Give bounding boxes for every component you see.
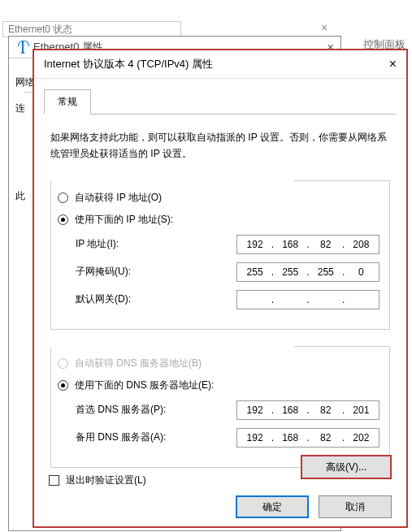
alt-oct-3[interactable]: 82: [314, 432, 338, 443]
pref-oct-2[interactable]: 168: [278, 404, 302, 416]
radio-use-dns[interactable]: 使用下面的 DNS 服务器地址(E):: [58, 378, 379, 392]
field-ip: IP 地址(I): 192. 168. 82. 208: [76, 235, 379, 254]
ethernet-icon: [17, 41, 28, 54]
ip-label: IP 地址(I):: [76, 237, 236, 251]
radio-use-ip[interactable]: 使用下面的 IP 地址(S):: [58, 213, 379, 227]
radio-use-dns-label: 使用下面的 DNS 服务器地址(E):: [75, 378, 214, 392]
radio-auto-dns-label: 自动获得 DNS 服务器地址(B): [75, 357, 202, 370]
radio-use-ip-label: 使用下面的 IP 地址(S):: [75, 213, 173, 227]
validate-row: 退出时验证设置(L): [49, 470, 146, 487]
bg-close-icon-1[interactable]: ×: [317, 21, 332, 34]
alt-oct-2[interactable]: 168: [278, 432, 302, 443]
pref-oct-3[interactable]: 82: [314, 404, 338, 416]
bg-this-label: 此: [15, 189, 25, 203]
gw-input[interactable]: . . .: [236, 290, 379, 309]
alt-dns-label: 备用 DNS 服务器(A):: [76, 430, 236, 444]
ok-button-label: 确定: [262, 500, 282, 514]
radio-icon: [58, 358, 68, 369]
field-mask: 子网掩码(U): 255. 255. 255. 0: [76, 262, 379, 282]
panel-body: 如果网络支持此功能，则可以获取自动指派的 IP 设置。否则，你需要从网络系统管理…: [34, 115, 406, 491]
dialog-titlebar: Internet 协议版本 4 (TCP/IPv4) 属性 ×: [34, 50, 406, 78]
mask-oct-4[interactable]: 0: [349, 266, 373, 278]
ip-oct-4[interactable]: 208: [349, 239, 373, 250]
bg-connect-label: 连: [15, 102, 25, 115]
pref-dns-label: 首选 DNS 服务器(P):: [76, 403, 236, 417]
pref-oct-4[interactable]: 201: [349, 404, 373, 416]
alt-dns-input[interactable]: 192. 168. 82. 202: [236, 428, 379, 448]
description-text: 如果网络支持此功能，则可以获取自动指派的 IP 设置。否则，你需要从网络系统管理…: [50, 129, 390, 162]
dns-group: 自动获得 DNS 服务器地址(B) 使用下面的 DNS 服务器地址(E): 首选…: [50, 346, 390, 468]
tab-general[interactable]: 常规: [44, 89, 91, 115]
validate-checkbox[interactable]: 退出时验证设置(L): [49, 474, 146, 487]
ip-oct-1[interactable]: 192: [243, 239, 267, 250]
mask-input[interactable]: 255. 255. 255. 0: [236, 262, 379, 282]
gw-label: 默认网关(D):: [76, 292, 236, 306]
dialog-title: Internet 协议版本 4 (TCP/IPv4) 属性: [44, 57, 389, 71]
validate-label: 退出时验证设置(L): [66, 474, 146, 487]
button-row: 确定 取消: [34, 495, 406, 518]
alt-oct-4[interactable]: 202: [349, 432, 373, 443]
radio-icon: [58, 380, 68, 391]
radio-auto-ip-label: 自动获得 IP 地址(O): [75, 191, 162, 205]
field-alt-dns: 备用 DNS 服务器(A): 192. 168. 82. 202: [76, 428, 379, 448]
radio-icon: [58, 192, 68, 203]
checkbox-icon: [49, 475, 59, 486]
tab-strip: 常规: [44, 89, 406, 114]
ok-button[interactable]: 确定: [236, 495, 309, 518]
advanced-button-label: 高级(V)...: [326, 461, 366, 474]
ip-oct-3[interactable]: 82: [314, 239, 338, 250]
dialog-separator: [34, 78, 406, 79]
radio-auto-ip[interactable]: 自动获得 IP 地址(O): [58, 191, 379, 205]
close-icon[interactable]: ×: [389, 58, 397, 71]
advanced-button[interactable]: 高级(V)...: [301, 455, 392, 479]
mask-oct-3[interactable]: 255: [314, 266, 338, 278]
ip-oct-2[interactable]: 168: [278, 239, 302, 250]
radio-icon: [58, 214, 68, 225]
pref-oct-1[interactable]: 192: [243, 404, 267, 416]
radio-auto-dns: 自动获得 DNS 服务器地址(B): [58, 357, 379, 370]
pref-dns-input[interactable]: 192. 168. 82. 201: [236, 400, 379, 420]
cancel-button[interactable]: 取消: [319, 495, 392, 518]
field-pref-dns: 首选 DNS 服务器(P): 192. 168. 82. 201: [76, 400, 379, 420]
field-gateway: 默认网关(D): . . .: [76, 290, 379, 309]
mask-label: 子网掩码(U):: [76, 265, 236, 279]
cancel-button-label: 取消: [345, 500, 365, 514]
alt-oct-1[interactable]: 192: [243, 432, 267, 443]
ip-group: 自动获得 IP 地址(O) 使用下面的 IP 地址(S): IP 地址(I): …: [50, 180, 390, 330]
bg-window-status: Ethernet0 状态: [2, 21, 181, 37]
mask-oct-2[interactable]: 255: [278, 266, 302, 278]
bg-window-status-title: Ethernet0 状态: [8, 23, 72, 37]
mask-oct-1[interactable]: 255: [243, 266, 267, 278]
ipv4-properties-dialog: Internet 协议版本 4 (TCP/IPv4) 属性 × 常规 如果网络支…: [33, 49, 408, 528]
ip-input[interactable]: 192. 168. 82. 208: [236, 235, 379, 254]
